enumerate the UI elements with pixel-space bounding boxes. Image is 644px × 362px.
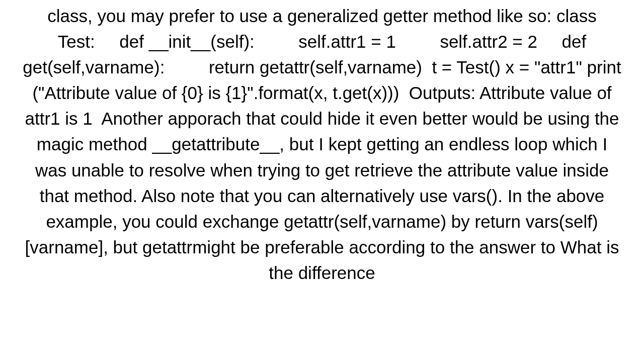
body-text: class, you may prefer to use a generaliz… [0,0,644,286]
document-content: class, you may prefer to use a generaliz… [0,0,644,362]
